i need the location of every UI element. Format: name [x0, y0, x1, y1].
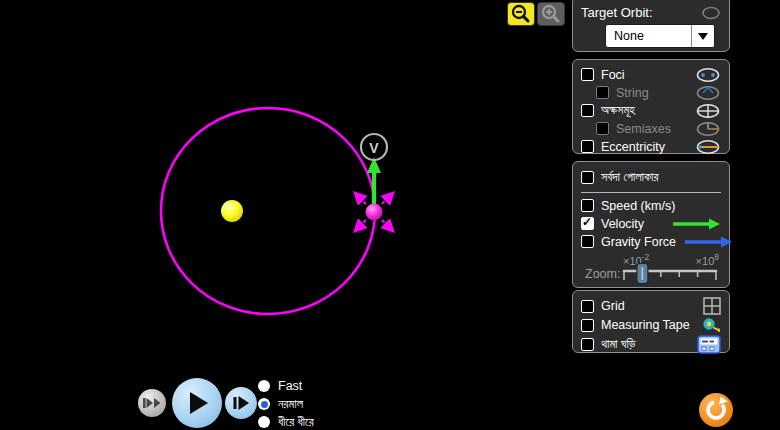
- speed-label: Speed (km/s): [601, 199, 675, 213]
- reset-icon: [699, 393, 733, 427]
- always-circular-checkbox[interactable]: [581, 171, 594, 184]
- string-icon: [695, 85, 721, 101]
- eccentricity-row: Eccentricity: [581, 138, 721, 155]
- string-row: String: [581, 84, 721, 101]
- foci-row: Foci: [581, 66, 721, 83]
- measuring-tape-icon: [701, 317, 721, 333]
- magnifier-minus-icon: [508, 3, 534, 25]
- magnifier-plus-icon: [538, 3, 564, 25]
- rewind-button[interactable]: [138, 389, 166, 417]
- target-orbit-panel: Target Orbit: None: [572, 0, 730, 52]
- speed-checkbox[interactable]: [581, 199, 594, 212]
- normal-radio[interactable]: [258, 398, 270, 410]
- stopwatch-row: থামা ঘড়ি: [581, 335, 721, 354]
- planet-body[interactable]: [366, 204, 383, 221]
- measuring-tape-row: Measuring Tape: [581, 316, 721, 334]
- orbit-features-panel: Foci String অক্ষসমূহ Semiaxes: [572, 59, 730, 154]
- zoom-label: Zoom:: [585, 267, 620, 281]
- target-orbit-label: Target Orbit:: [581, 5, 653, 20]
- measuring-tape-label: Measuring Tape: [601, 318, 690, 332]
- tools-panel: Grid Measuring Tape থামা ঘড়ি: [572, 290, 730, 353]
- normal-radio-label: নরমাল: [278, 397, 303, 412]
- eccentricity-icon: [695, 139, 721, 155]
- semiaxes-checkbox: [596, 122, 609, 135]
- orbit-circle-icon: [701, 6, 721, 20]
- axes-label: অক্ষসমূহ: [601, 103, 635, 118]
- speed-option-slow: ধীরে ধীরে: [258, 413, 314, 430]
- velocity-label: Velocity: [601, 217, 644, 231]
- gravity-zoom-control: Zoom: ×10-2 ×108: [581, 252, 721, 294]
- zoom-in-button: [537, 2, 565, 26]
- step-forward-icon: [232, 395, 250, 411]
- axes-icon: [695, 103, 721, 119]
- speed-option-fast: Fast: [258, 377, 314, 395]
- grid-checkbox[interactable]: [581, 300, 594, 313]
- foci-checkbox[interactable]: [581, 68, 594, 81]
- eccentricity-label: Eccentricity: [601, 140, 665, 154]
- velocity-row: Velocity: [581, 215, 721, 232]
- always-circular-row: সর্বদা গোলাকার: [581, 168, 721, 187]
- eccentricity-checkbox[interactable]: [581, 140, 594, 153]
- zoom-out-button[interactable]: [507, 2, 535, 26]
- sun-body[interactable]: [221, 200, 243, 222]
- semiaxes-icon: [695, 121, 721, 137]
- dropdown-arrow-button: [691, 25, 714, 47]
- speed-option-normal: নরমাল: [258, 395, 314, 413]
- gravity-arrow-icon: [683, 236, 733, 248]
- target-orbit-dropdown[interactable]: None: [605, 24, 715, 48]
- always-circular-label: সর্বদা গোলাকার: [601, 170, 659, 185]
- sim-speed-radio-group: Fast নরমাল ধীরে ধীরে: [258, 377, 314, 430]
- grid-row: Grid: [581, 297, 721, 315]
- speed-row: Speed (km/s): [581, 197, 721, 214]
- simulation-window: { "target_orbit": { "label": "Target Orb…: [0, 0, 780, 430]
- velocity-handle[interactable]: V: [361, 134, 387, 160]
- step-forward-button[interactable]: [225, 387, 257, 419]
- string-label: String: [616, 86, 649, 100]
- velocity-handle-label: V: [369, 140, 379, 156]
- play-icon: [184, 390, 210, 416]
- target-orbit-selected-value: None: [606, 29, 691, 43]
- panel-divider: [581, 192, 721, 193]
- foci-label: Foci: [601, 68, 625, 82]
- grid-icon: [703, 297, 721, 315]
- gravity-force-checkbox[interactable]: [581, 235, 594, 248]
- semiaxes-row: Semiaxes: [581, 120, 721, 137]
- stopwatch-icon: [697, 335, 721, 354]
- semiaxes-label: Semiaxes: [616, 122, 671, 136]
- velocity-checkbox[interactable]: [581, 217, 594, 230]
- string-checkbox: [596, 86, 609, 99]
- gravity-force-row: Gravity Force: [581, 233, 721, 250]
- slow-radio[interactable]: [258, 416, 270, 428]
- stopwatch-label: থামা ঘড়ি: [601, 337, 636, 352]
- slow-radio-label: ধীরে ধীরে: [278, 415, 314, 430]
- gravity-force-label: Gravity Force: [601, 235, 676, 249]
- grid-label: Grid: [601, 299, 625, 313]
- zoom-slider[interactable]: [621, 263, 721, 289]
- fast-radio[interactable]: [258, 380, 270, 392]
- stopwatch-checkbox[interactable]: [581, 338, 594, 351]
- measuring-tape-checkbox[interactable]: [581, 319, 594, 332]
- foci-icon: [695, 67, 721, 83]
- orbit-path: [161, 108, 375, 314]
- reset-all-button[interactable]: [699, 393, 733, 427]
- rewind-icon: [142, 396, 162, 410]
- fast-radio-label: Fast: [278, 379, 302, 393]
- axes-checkbox[interactable]: [581, 104, 594, 117]
- axes-row: অক্ষসমূহ: [581, 102, 721, 119]
- play-button[interactable]: [172, 378, 222, 428]
- velocity-arrow-icon: [671, 218, 721, 230]
- chevron-down-icon: [698, 33, 708, 40]
- vectors-panel: সর্বদা গোলাকার Speed (km/s) Velocity Gra…: [572, 161, 730, 288]
